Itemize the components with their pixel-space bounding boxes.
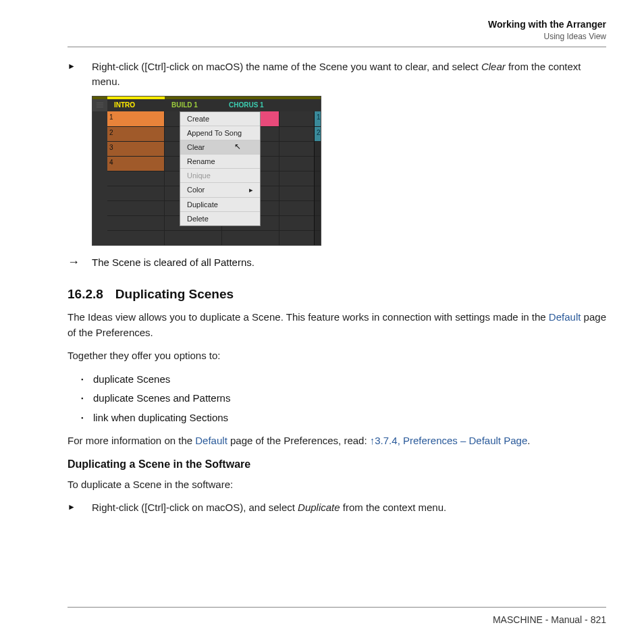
- ss-topbar: [92, 97, 321, 99]
- section-heading: 16.2.8Duplicating Scenes: [68, 287, 606, 302]
- step-text: Right-click ([Ctrl]-click on macOS) the …: [92, 59, 606, 89]
- context-menu: Create Append To Song Clear ↖ Rename Uni…: [180, 111, 261, 226]
- footer-text: MASCHINE - Manual - 821: [38, 614, 606, 625]
- result-line: The Scene is cleared of all Patterns.: [68, 255, 606, 270]
- instruction-step: Right-click ([Ctrl]-click on macOS) the …: [68, 59, 606, 89]
- step-marker-icon: [68, 500, 92, 515]
- header-subtitle: Using Ideas View: [68, 32, 606, 41]
- list-item: ▪duplicate Scenes: [81, 372, 606, 387]
- paragraph: For more information on the Default page…: [68, 433, 606, 449]
- result-text: The Scene is cleared of all Patterns.: [92, 255, 606, 270]
- pattern-cell: 4: [107, 157, 165, 171]
- pattern-cell: 2: [107, 127, 165, 141]
- section-number: 16.2.8: [68, 287, 103, 301]
- paragraph: The Ideas view allows you to duplicate a…: [68, 310, 606, 340]
- list-item: ▪duplicate Scenes and Patterns: [81, 391, 606, 406]
- menu-create[interactable]: Create: [180, 112, 260, 126]
- bullet-icon: ▪: [81, 391, 93, 406]
- paragraph: To duplicate a Scene in the software:: [68, 477, 606, 493]
- subsection-heading: Duplicating a Scene in the Software: [68, 458, 606, 471]
- menu-unique: Unique: [180, 169, 260, 183]
- default-link[interactable]: Default: [549, 311, 581, 323]
- context-menu-screenshot: INTRO BUILD 1 CHORUS 1 1 2: [92, 96, 321, 246]
- scene-chorus1: CHORUS 1: [222, 101, 279, 109]
- footer-rule: [68, 607, 606, 608]
- bullet-icon: ▪: [81, 372, 93, 387]
- header-title: Working with the Arranger: [68, 19, 606, 30]
- paragraph: Together they offer you options to:: [68, 348, 606, 364]
- header-rule: [68, 47, 606, 47]
- instruction-step: Right-click ([Ctrl]-click on macOS), and…: [68, 500, 606, 515]
- page-header: Working with the Arranger Using Ideas Vi…: [38, 19, 606, 41]
- grip-icon: [92, 99, 107, 111]
- bullet-list: ▪duplicate Scenes ▪duplicate Scenes and …: [68, 372, 606, 426]
- result-arrow-icon: [68, 255, 92, 270]
- submenu-arrow-icon: ▸: [249, 186, 253, 194]
- menu-delete[interactable]: Delete: [180, 212, 260, 225]
- menu-rename[interactable]: Rename: [180, 155, 260, 169]
- menu-append[interactable]: Append To Song: [180, 126, 260, 140]
- page-footer: MASCHINE - Manual - 821: [38, 607, 606, 625]
- default-link[interactable]: Default: [195, 435, 227, 446]
- step-marker-icon: [68, 59, 92, 89]
- section-title: Duplicating Scenes: [115, 287, 234, 301]
- cursor-icon: ↖: [234, 142, 241, 151]
- step-text: Right-click ([Ctrl]-click on macOS), and…: [92, 500, 606, 515]
- menu-clear[interactable]: Clear ↖: [180, 140, 260, 155]
- scene-intro: INTRO: [107, 101, 165, 109]
- menu-duplicate[interactable]: Duplicate: [180, 198, 260, 212]
- pattern-cell: 1: [107, 111, 165, 126]
- pattern-cell: 3: [107, 142, 165, 156]
- preferences-crossref-link[interactable]: ↑3.7.4, Preferences – Default Page: [370, 435, 527, 446]
- list-item: ▪link when duplicating Sections: [81, 410, 606, 426]
- menu-color[interactable]: Color ▸: [180, 183, 260, 198]
- scene-build1: BUILD 1: [165, 101, 222, 109]
- bullet-icon: ▪: [81, 410, 93, 426]
- scene-header-row: INTRO BUILD 1 CHORUS 1: [92, 99, 321, 111]
